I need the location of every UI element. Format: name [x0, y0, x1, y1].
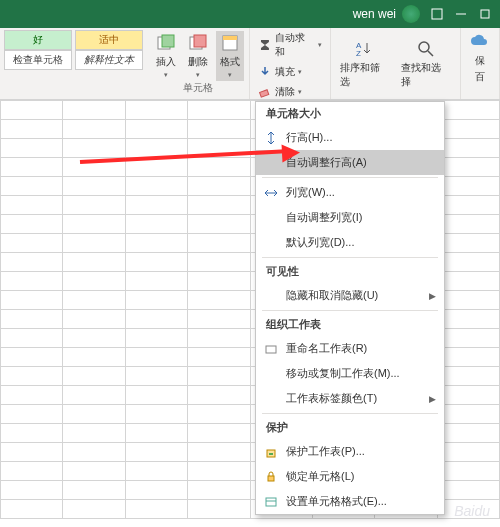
menu-lock-cell[interactable]: 锁定单元格(L) [256, 464, 444, 489]
lock-icon [264, 470, 278, 484]
delete-button[interactable]: 删除 ▾ [184, 31, 212, 81]
menu-separator [262, 177, 438, 178]
menu-autofit-row-height[interactable]: 自动调整行高(A) [256, 150, 444, 175]
svg-rect-9 [260, 90, 269, 97]
maximize-icon[interactable] [478, 7, 492, 21]
protect-sheet-icon [264, 445, 278, 459]
sort-filter-group: AZ 排序和筛选 查找和选择 [330, 28, 460, 99]
ribbon-display-icon[interactable] [430, 7, 444, 21]
menu-rename-sheet[interactable]: 重命名工作表(R) [256, 336, 444, 361]
cell-styles-gallery[interactable]: 好 适中 检查单元格 解释性文本 [0, 28, 147, 99]
chevron-down-icon: ▾ [298, 68, 302, 76]
delete-icon [188, 33, 208, 53]
insert-button[interactable]: 插入 ▾ [152, 31, 180, 81]
cells-group: 插入 ▾ 删除 ▾ 格式 ▾ 单元格 [147, 28, 250, 99]
svg-rect-16 [269, 453, 273, 455]
fill-down-icon [258, 65, 272, 79]
style-check[interactable]: 检查单元格 [4, 50, 72, 70]
menu-column-width[interactable]: 列宽(W)... [256, 180, 444, 205]
user-account[interactable]: wen wei [353, 5, 420, 23]
chevron-down-icon: ▾ [298, 88, 302, 96]
svg-rect-14 [266, 346, 276, 353]
svg-rect-0 [432, 9, 442, 19]
menu-separator [262, 257, 438, 258]
svg-rect-4 [162, 35, 174, 47]
menu-protect-sheet[interactable]: 保护工作表(P)... [256, 439, 444, 464]
minimize-icon[interactable] [454, 7, 468, 21]
col-width-icon [264, 186, 278, 200]
svg-text:Z: Z [356, 49, 361, 58]
ribbon: 好 适中 检查单元格 解释性文本 插入 ▾ 删除 ▾ 格式 ▾ [0, 28, 500, 100]
chevron-down-icon: ▾ [196, 71, 200, 79]
format-button[interactable]: 格式 ▾ [216, 31, 244, 81]
chevron-down-icon: ▾ [164, 71, 168, 79]
menu-move-copy-sheet[interactable]: 移动或复制工作表(M)... [256, 361, 444, 386]
format-cells-icon [264, 495, 278, 509]
sigma-icon [258, 38, 272, 52]
title-bar: wen wei [0, 0, 500, 28]
find-select-button[interactable]: 查找和选择 [397, 37, 455, 91]
svg-line-13 [428, 51, 433, 56]
clear-button[interactable]: 清除 ▾ [255, 84, 305, 100]
cloud-save-icon [470, 32, 490, 52]
user-name: wen wei [353, 7, 396, 21]
rename-icon [264, 342, 278, 356]
save-button[interactable]: 保 百 [466, 30, 494, 86]
menu-autofit-col-width[interactable]: 自动调整列宽(I) [256, 205, 444, 230]
section-organize: 组织工作表 [256, 313, 444, 336]
chevron-down-icon: ▾ [228, 71, 232, 79]
svg-rect-8 [223, 36, 237, 40]
menu-tab-color[interactable]: 工作表标签颜色(T) ▶ [256, 386, 444, 411]
cells-group-label: 单元格 [183, 81, 213, 97]
fill-button[interactable]: 填充 ▾ [255, 64, 305, 80]
submenu-arrow-icon: ▶ [429, 291, 436, 301]
menu-separator [262, 310, 438, 311]
search-icon [416, 39, 436, 59]
svg-rect-18 [266, 498, 276, 506]
eraser-icon [258, 85, 272, 99]
menu-separator [262, 413, 438, 414]
format-dropdown-menu: 单元格大小 行高(H)... 自动调整行高(A) 列宽(W)... 自动调整列宽… [255, 101, 445, 515]
autosum-button[interactable]: 自动求和 ▾ [255, 30, 325, 60]
menu-default-width[interactable]: 默认列宽(D)... [256, 230, 444, 255]
style-explain[interactable]: 解释性文本 [75, 50, 143, 70]
section-cell-size: 单元格大小 [256, 102, 444, 125]
menu-row-height[interactable]: 行高(H)... [256, 125, 444, 150]
submenu-arrow-icon: ▶ [429, 394, 436, 404]
menu-format-cells[interactable]: 设置单元格格式(E)... [256, 489, 444, 514]
section-protect: 保护 [256, 416, 444, 439]
style-good[interactable]: 好 [4, 30, 72, 50]
style-neutral[interactable]: 适中 [75, 30, 143, 50]
section-visibility: 可见性 [256, 260, 444, 283]
row-height-icon [264, 131, 278, 145]
save-group: 保 百 [460, 28, 500, 99]
menu-hide-unhide[interactable]: 隐藏和取消隐藏(U) ▶ [256, 283, 444, 308]
avatar [402, 5, 420, 23]
svg-rect-6 [194, 35, 206, 47]
insert-icon [156, 33, 176, 53]
editing-group: 自动求和 ▾ 填充 ▾ 清除 ▾ [250, 28, 330, 99]
sort-filter-button[interactable]: AZ 排序和筛选 [336, 37, 394, 91]
svg-rect-17 [268, 476, 274, 481]
chevron-down-icon: ▾ [318, 41, 322, 49]
svg-rect-2 [481, 10, 489, 18]
svg-point-12 [419, 42, 429, 52]
format-icon [220, 33, 240, 53]
sort-icon: AZ [354, 39, 374, 59]
